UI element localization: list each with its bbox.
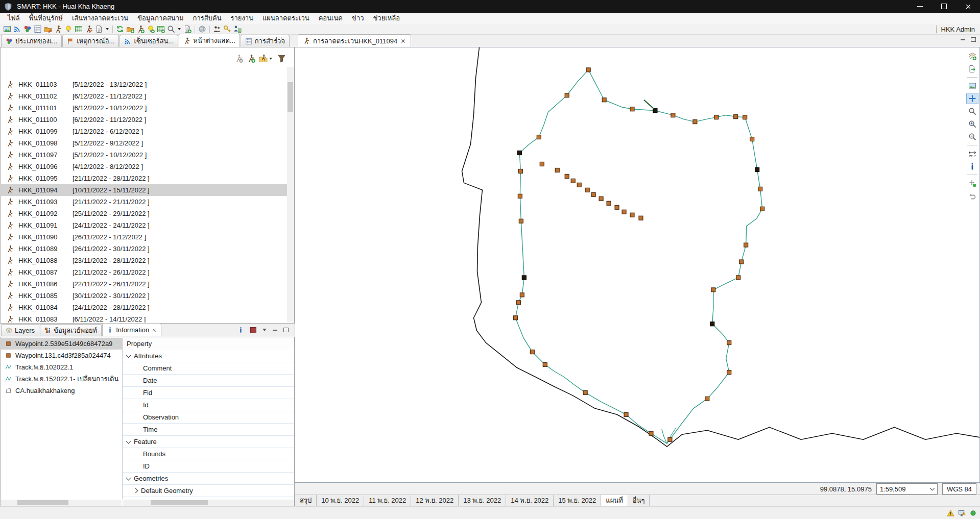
- waypoint-marker[interactable]: [519, 219, 523, 223]
- waypoint-marker[interactable]: [743, 115, 747, 119]
- tab-layers[interactable]: Layers: [1, 324, 39, 336]
- date-tab[interactable]: 15 พ.ย. 2022: [554, 495, 601, 507]
- menu-connect[interactable]: คอนเนค: [314, 13, 347, 24]
- feature-list-item[interactable]: Track.พ.ย.152022.1- เปลี่ยนการเดิน: [1, 373, 122, 385]
- zoom-tool-button[interactable]: [966, 106, 978, 117]
- feature-list-item[interactable]: Track.พ.ย.102022.1: [1, 361, 122, 373]
- patrol-list-item[interactable]: HKK_011087[21/11/2022 - 26/11/2022 ]: [1, 266, 287, 278]
- chevron-down-icon[interactable]: [126, 475, 131, 480]
- tab-sensors[interactable]: เซ็นเซอร์สน...: [119, 35, 178, 47]
- information-icon[interactable]: [237, 327, 244, 333]
- employees-icon[interactable]: [232, 24, 243, 34]
- move-feature-button[interactable]: [966, 178, 978, 189]
- selected-waypoint-marker[interactable]: [755, 167, 759, 171]
- chevron-down-icon[interactable]: [126, 353, 131, 358]
- waypoint-marker[interactable]: [727, 341, 731, 345]
- property-tree-row[interactable]: Fid: [123, 387, 294, 399]
- panel-maximize-icon[interactable]: [283, 328, 289, 332]
- patrol-list-item[interactable]: HKK_011095[21/11/2022 - 28/11/2022 ]: [1, 172, 287, 184]
- data-form-icon[interactable]: [33, 24, 43, 34]
- feature-list-item[interactable]: Waypoint.2.539e51d49c68472a9: [1, 338, 122, 350]
- pan-tool-button[interactable]: [966, 93, 978, 104]
- add-layer-button[interactable]: [966, 51, 978, 62]
- patrol-list-scrollbar[interactable]: [287, 67, 294, 323]
- tab-map-patrol[interactable]: การลาดตระเวนHKK_011094: [298, 34, 411, 47]
- patrol-list-item[interactable]: HKK_011102[6/12/2022 - 11/12/2022 ]: [1, 90, 287, 102]
- refresh-icon[interactable]: [115, 24, 125, 34]
- patrol-folder-icon[interactable]: [259, 54, 274, 63]
- tab-survey[interactable]: การสำรวจ: [241, 35, 290, 47]
- patrol-settings-icon[interactable]: [234, 54, 243, 63]
- panel-minimize-icon[interactable]: [273, 330, 277, 331]
- export-map-button[interactable]: [966, 63, 978, 75]
- patrol-list-item[interactable]: HKK_011097[5/12/2022 - 10/12/2022 ]: [1, 149, 287, 161]
- plan-waypoint-marker[interactable]: [585, 188, 589, 192]
- waypoint-marker[interactable]: [565, 93, 569, 97]
- create-patrol-icon[interactable]: [247, 54, 255, 63]
- plan-waypoint-marker[interactable]: [599, 196, 603, 201]
- selected-waypoint-marker[interactable]: [522, 276, 526, 280]
- scrollbar-thumb[interactable]: [288, 82, 293, 112]
- waypoint-marker[interactable]: [520, 293, 524, 297]
- tab-patrol-view[interactable]: หน้าต่างแสด...: [179, 34, 240, 47]
- menu-file[interactable]: ไฟล์: [3, 13, 25, 24]
- patrol-list-item[interactable]: HKK_011098[5/12/2022 - 9/12/2022 ]: [1, 137, 287, 149]
- waypoint-marker[interactable]: [693, 120, 697, 124]
- minimize-button[interactable]: [908, 0, 932, 13]
- pin-view-icon[interactable]: [250, 327, 256, 333]
- feature-list-item[interactable]: Waypoint.131.c4d3f285a024474: [1, 350, 122, 361]
- waypoint-marker[interactable]: [602, 98, 606, 102]
- property-tree-row[interactable]: Geometries: [123, 473, 294, 485]
- alert-icon[interactable]: [947, 509, 954, 517]
- patrol-list-item[interactable]: HKK_011085[30/11/2022 - 30/11/2022 ]: [1, 290, 287, 302]
- patrol-list-item[interactable]: HKK_011092[25/11/2022 - 29/11/2022 ]: [1, 208, 287, 219]
- date-tab[interactable]: 10 พ.ย. 2022: [317, 495, 364, 507]
- patrol-list-item[interactable]: HKK_011101[6/12/2022 - 10/12/2022 ]: [1, 102, 287, 114]
- feature-info-button[interactable]: [966, 161, 978, 172]
- plan-waypoint-marker[interactable]: [615, 205, 619, 209]
- plan-waypoint-marker[interactable]: [571, 179, 575, 183]
- menu-field-data[interactable]: ข้อมูลภาคสนาม: [133, 13, 188, 24]
- waypoint-marker[interactable]: [705, 397, 709, 401]
- patrol-list-item[interactable]: HKK_011083[6/11/2022 - 14/11/2022 ]: [1, 313, 287, 323]
- selected-waypoint-marker[interactable]: [710, 322, 714, 326]
- edit-folder-icon[interactable]: [43, 24, 53, 34]
- waypoint-marker[interactable]: [758, 187, 762, 191]
- properties-hscrollbar[interactable]: [123, 500, 294, 506]
- plan-waypoint-marker[interactable]: [630, 213, 634, 217]
- waypoint-marker[interactable]: [518, 169, 522, 173]
- patrol-list-item[interactable]: HKK_011093[21/11/2022 - 21/11/2022 ]: [1, 196, 287, 208]
- plan-waypoint-marker[interactable]: [591, 192, 595, 196]
- property-tree-row[interactable]: Bounds: [123, 448, 294, 460]
- view-menu-icon[interactable]: [262, 329, 267, 331]
- features-hscrollbar[interactable]: [1, 500, 122, 506]
- menu-report[interactable]: รายงาน: [226, 13, 258, 24]
- agencies-icon[interactable]: [212, 24, 222, 34]
- connection-status-icon[interactable]: [969, 509, 977, 517]
- property-tree-row[interactable]: Attributes: [123, 350, 294, 362]
- tab-incidents[interactable]: เหตุการณ์อิ...: [62, 35, 119, 47]
- scrollbar-thumb[interactable]: [17, 500, 68, 505]
- editor-minimize-icon[interactable]: [961, 39, 965, 40]
- patrol-list-item[interactable]: HKK_011100[6/12/2022 - 11/12/2022 ]: [1, 114, 287, 126]
- patrol-list-item[interactable]: HKK_011086[22/11/2022 - 26/11/2022 ]: [1, 278, 287, 290]
- property-tree-row[interactable]: ID: [123, 460, 294, 473]
- waypoint-marker[interactable]: [734, 115, 738, 119]
- property-tree-row[interactable]: Comment: [123, 362, 294, 375]
- filter-icon[interactable]: [277, 54, 286, 63]
- datum-button[interactable]: WGS 84: [942, 483, 976, 495]
- date-tab[interactable]: 12 พ.ย. 2022: [411, 495, 459, 507]
- waypoint-marker[interactable]: [744, 243, 748, 247]
- waypoint-marker[interactable]: [583, 390, 587, 394]
- waypoint-marker[interactable]: [671, 113, 675, 117]
- plan-waypoint-marker[interactable]: [622, 210, 626, 214]
- waypoint-marker[interactable]: [739, 260, 744, 264]
- plan-waypoint-marker[interactable]: [555, 168, 559, 172]
- new-incident-icon[interactable]: [146, 24, 156, 34]
- waypoint-marker[interactable]: [624, 412, 628, 416]
- chevron-down-icon[interactable]: [126, 438, 131, 443]
- panel-maximize-icon[interactable]: [276, 37, 281, 41]
- chevron-right-icon[interactable]: [133, 488, 138, 493]
- waypoint-marker[interactable]: [668, 437, 672, 441]
- patrol-list-item[interactable]: HKK_011090[26/11/2022 - 1/12/2022 ]: [1, 231, 287, 243]
